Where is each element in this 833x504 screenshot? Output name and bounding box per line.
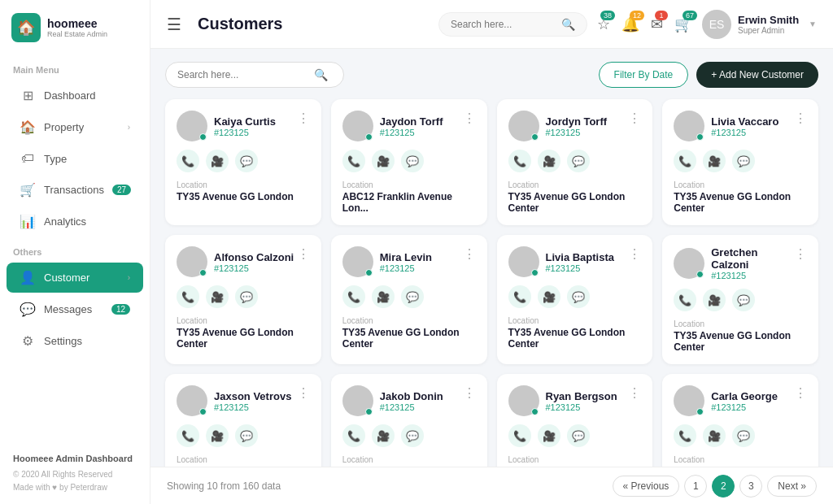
call-button[interactable]: 📞 — [674, 289, 696, 311]
card-menu-icon[interactable]: ⋮ — [463, 111, 476, 126]
chat-button[interactable]: 💬 — [567, 285, 590, 308]
cart-icon-wrap[interactable]: 🛒 67 — [674, 15, 692, 33]
chat-button[interactable]: 💬 — [567, 150, 590, 172]
sidebar-item-transactions[interactable]: 🛒 Transactions 27 — [7, 175, 143, 205]
menu-toggle-icon[interactable]: ☰ — [167, 15, 181, 34]
chat-button[interactable]: 💬 — [401, 150, 424, 172]
mail-icon-wrap[interactable]: ✉ 1 — [651, 15, 663, 33]
video-button[interactable]: 🎥 — [206, 424, 229, 447]
video-button[interactable]: 🎥 — [372, 150, 395, 172]
chat-button[interactable]: 💬 — [401, 285, 424, 308]
filter-by-date-button[interactable]: Filter By Date — [599, 62, 689, 88]
video-button[interactable]: 🎥 — [703, 289, 726, 311]
others-label: Others — [0, 237, 150, 262]
sidebar-label-type: Type — [44, 153, 67, 165]
card-menu-icon[interactable]: ⋮ — [794, 246, 807, 262]
card-person: Jakob Donin #123125 — [342, 385, 443, 416]
chat-button[interactable]: 💬 — [732, 150, 755, 172]
chat-button[interactable]: 💬 — [567, 424, 590, 447]
card-actions: 📞 🎥 💬 — [508, 285, 642, 308]
topbar-search-input[interactable] — [451, 19, 556, 30]
footer-brand: Hoomeee Admin Dashboard — [13, 452, 137, 467]
location-label: Location — [342, 180, 476, 189]
video-button[interactable]: 🎥 — [372, 424, 395, 447]
chat-button[interactable]: 💬 — [235, 424, 258, 447]
card-info: Livia Vaccaro #123125 — [711, 115, 778, 137]
card-actions: 📞 🎥 💬 — [177, 424, 310, 447]
chat-button[interactable]: 💬 — [235, 285, 258, 308]
call-button[interactable]: 📞 — [177, 285, 199, 308]
call-button[interactable]: 📞 — [508, 150, 531, 172]
call-button[interactable]: 📞 — [674, 150, 696, 172]
card-avatar — [177, 246, 207, 277]
prev-button[interactable]: « Previous — [613, 476, 680, 497]
customer-card: Carla George #123125 ⋮ 📞 🎥 💬 Location TY… — [662, 374, 818, 467]
call-button[interactable]: 📞 — [342, 285, 365, 308]
card-menu-icon[interactable]: ⋮ — [297, 246, 310, 262]
location-value: TY35 Avenue GG London Center — [674, 191, 807, 214]
next-button[interactable]: Next » — [767, 476, 817, 497]
add-new-customer-button[interactable]: + Add New Customer — [696, 62, 818, 88]
dashboard-icon: ⊞ — [20, 88, 36, 103]
star-badge: 38 — [600, 11, 615, 20]
page-1[interactable]: 1 — [684, 475, 707, 497]
page-title: Customers — [198, 15, 429, 33]
call-button[interactable]: 📞 — [342, 424, 365, 447]
call-button[interactable]: 📞 — [674, 424, 696, 447]
card-info: Jaydon Torff #123125 — [380, 115, 443, 137]
online-indicator — [531, 269, 539, 276]
filter-search-input[interactable] — [177, 69, 307, 80]
sidebar-item-settings[interactable]: ⚙ Settings — [7, 326, 143, 356]
customer-id: #123125 — [546, 263, 615, 273]
video-button[interactable]: 🎥 — [538, 285, 560, 308]
chat-button[interactable]: 💬 — [732, 289, 755, 311]
sidebar-item-messages[interactable]: 💬 Messages 12 — [7, 294, 143, 324]
call-button[interactable]: 📞 — [342, 150, 365, 172]
transactions-badge: 27 — [112, 185, 131, 195]
call-button[interactable]: 📞 — [508, 424, 531, 447]
customer-id: #123125 — [711, 271, 794, 280]
video-button[interactable]: 🎥 — [703, 150, 726, 172]
card-header: Jaydon Torff #123125 ⋮ — [342, 111, 476, 141]
sidebar-footer: Hoomeee Admin Dashboard © 2020 All Right… — [0, 442, 150, 504]
chat-button[interactable]: 💬 — [401, 424, 424, 447]
card-menu-icon[interactable]: ⋮ — [297, 111, 310, 126]
call-button[interactable]: 📞 — [177, 424, 199, 447]
sidebar-item-customer[interactable]: 👤 Customer › — [7, 263, 143, 293]
page-3[interactable]: 3 — [739, 475, 762, 497]
card-info: Carla George #123125 — [711, 390, 778, 412]
card-info: Kaiya Curtis #123125 — [214, 115, 276, 137]
user-avatar[interactable]: ES Erwin Smith Super Admin ▼ — [702, 10, 817, 39]
card-menu-icon[interactable]: ⋮ — [297, 385, 310, 401]
video-button[interactable]: 🎥 — [538, 150, 560, 172]
video-button[interactable]: 🎥 — [372, 285, 395, 308]
card-menu-icon[interactable]: ⋮ — [628, 111, 641, 126]
card-menu-icon[interactable]: ⋮ — [463, 246, 476, 262]
sidebar-item-dashboard[interactable]: ⊞ Dashboard — [7, 80, 143, 111]
call-button[interactable]: 📞 — [508, 285, 531, 308]
online-indicator — [531, 133, 539, 141]
bell-icon-wrap[interactable]: 🔔 12 — [621, 15, 639, 33]
card-menu-icon[interactable]: ⋮ — [463, 385, 476, 401]
sidebar-item-analytics[interactable]: 📊 Analytics — [7, 206, 143, 237]
star-icon-wrap[interactable]: ☆ 38 — [597, 15, 610, 33]
card-menu-icon[interactable]: ⋮ — [794, 385, 807, 401]
video-button[interactable]: 🎥 — [206, 285, 229, 308]
chat-button[interactable]: 💬 — [732, 424, 755, 447]
page-2[interactable]: 2 — [712, 475, 735, 497]
location-value: TY35 Avenue GG London Center — [342, 327, 476, 350]
card-actions: 📞 🎥 💬 — [342, 150, 476, 172]
video-button[interactable]: 🎥 — [206, 150, 229, 172]
filter-bar: 🔍 Filter By Date + Add New Customer — [165, 62, 818, 88]
video-button[interactable]: 🎥 — [703, 424, 726, 447]
card-menu-icon[interactable]: ⋮ — [628, 385, 641, 401]
video-button[interactable]: 🎥 — [538, 424, 560, 447]
card-menu-icon[interactable]: ⋮ — [628, 246, 641, 262]
call-button[interactable]: 📞 — [177, 150, 199, 172]
card-avatar — [342, 385, 373, 416]
sidebar-item-type[interactable]: 🏷 Type — [7, 144, 143, 173]
chat-button[interactable]: 💬 — [235, 150, 258, 172]
sidebar-item-property[interactable]: 🏠 Property › — [7, 112, 143, 142]
card-avatar — [508, 111, 539, 141]
card-menu-icon[interactable]: ⋮ — [794, 111, 807, 126]
